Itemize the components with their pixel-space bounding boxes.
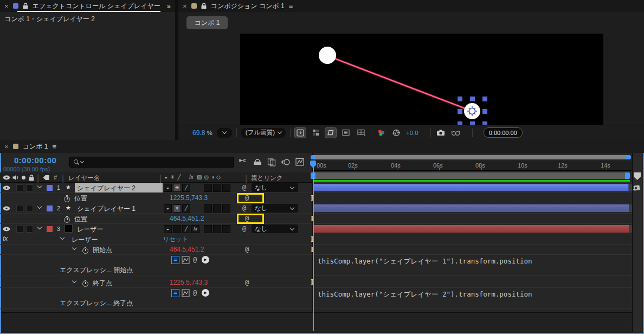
- fast-preview-icon[interactable]: [295, 128, 306, 138]
- position-label[interactable]: 位置: [74, 194, 87, 203]
- switch-cell[interactable]: [222, 204, 230, 213]
- video-eye-icon[interactable]: [3, 185, 10, 190]
- video-eye-icon[interactable]: [3, 206, 10, 211]
- shy-switch[interactable]: ◒: [164, 225, 172, 233]
- switch-cell[interactable]: [204, 204, 212, 213]
- audio-toggle-cell[interactable]: [16, 205, 23, 212]
- position-value[interactable]: 464.5,451.2: [170, 215, 204, 222]
- audio-toggle-cell[interactable]: [16, 226, 23, 233]
- expression-language-menu-icon[interactable]: ▶: [202, 289, 209, 297]
- close-icon[interactable]: ×: [183, 3, 187, 10]
- expression-graph-icon[interactable]: [182, 256, 190, 264]
- parent-pickwhip-icon[interactable]: @: [242, 225, 246, 233]
- parent-dropdown[interactable]: なし: [252, 224, 298, 233]
- param-label[interactable]: 開始点: [93, 246, 112, 255]
- tab-effect-controls[interactable]: エフェクトコントロール シェイプレイヤー: [33, 2, 160, 11]
- grid-icon[interactable]: [356, 128, 366, 138]
- video-eye-icon[interactable]: [3, 227, 10, 232]
- expression-pickwhip-icon[interactable]: @: [193, 289, 197, 297]
- layer-row-2[interactable]: 2 ★ シェイプレイヤー 1 ◒ ✳ ╱ @ なし: [0, 203, 313, 214]
- switch-cell[interactable]: [213, 184, 221, 192]
- property-pickwhip-icon[interactable]: @: [245, 246, 249, 253]
- search-options-chevron[interactable]: [80, 159, 84, 163]
- shy-switch[interactable]: ◒: [164, 184, 172, 192]
- effect-reset-link[interactable]: リセット: [163, 235, 188, 243]
- switch-cell[interactable]: [222, 225, 230, 233]
- switch-cell[interactable]: [213, 204, 221, 213]
- scrollbar-left-handle[interactable]: [311, 155, 316, 159]
- composition-viewport[interactable]: [240, 34, 603, 125]
- layer-bar-3[interactable]: [313, 225, 629, 233]
- exposure-value[interactable]: +0.0: [406, 130, 418, 136]
- switch-cell[interactable]: [222, 184, 230, 192]
- expression-text-1[interactable]: thisComp.layer("シェイプレイヤー 1").transform.p…: [318, 257, 532, 266]
- expression-pickwhip-icon[interactable]: @: [193, 256, 197, 264]
- timeline-bottom-strip[interactable]: [1, 312, 632, 333]
- transparency-grid-icon[interactable]: [310, 128, 321, 138]
- twirl-chevron-icon[interactable]: [37, 225, 42, 229]
- switch-cell[interactable]: [204, 184, 212, 192]
- solo-icon[interactable]: [22, 176, 25, 179]
- zoom-level[interactable]: 69.8: [192, 129, 205, 137]
- work-area-bar[interactable]: [311, 172, 630, 179]
- exposure-icon[interactable]: [391, 128, 402, 138]
- parent-pickwhip-icon[interactable]: @: [242, 204, 246, 212]
- collapse-switch[interactable]: ✳: [173, 204, 181, 213]
- column-parent-link[interactable]: 親とリンク: [251, 174, 283, 182]
- region-of-interest-icon[interactable]: [325, 128, 336, 138]
- layer-color-swatch[interactable]: [47, 226, 53, 232]
- scrollbar-right-handle[interactable]: [626, 155, 631, 159]
- switch-cell[interactable]: [204, 225, 212, 233]
- layer-marker-icon[interactable]: [632, 184, 641, 191]
- shy-switch[interactable]: ◒: [164, 204, 172, 213]
- channel-rgb-icon[interactable]: [376, 128, 387, 138]
- lock-icon[interactable]: [201, 3, 207, 9]
- solo-lock-cell[interactable]: [26, 184, 33, 191]
- parent-dropdown[interactable]: なし: [252, 183, 298, 192]
- switch-cell[interactable]: [213, 225, 221, 233]
- twirl-chevron-icon[interactable]: [72, 246, 76, 250]
- collapse-switch[interactable]: ✳: [173, 184, 181, 192]
- expression-graph-icon[interactable]: [182, 289, 190, 297]
- solo-lock-cell[interactable]: [26, 226, 33, 233]
- expression-language-menu-icon[interactable]: ▶: [202, 256, 209, 264]
- twirl-chevron-icon[interactable]: [37, 184, 42, 188]
- effect-name[interactable]: レーザー: [72, 235, 98, 245]
- column-number[interactable]: #: [54, 174, 57, 181]
- time-ruler[interactable]: 00s 02s 04s 06s 08s 10s 12s 14s: [313, 160, 632, 171]
- zoom-dropdown[interactable]: [217, 128, 232, 138]
- close-icon[interactable]: ×: [4, 3, 9, 10]
- frame-blend-icon[interactable]: [267, 158, 276, 166]
- show-snapshot-glasses-icon[interactable]: [450, 128, 461, 138]
- current-time-display[interactable]: 0:00:00:00: [14, 156, 56, 165]
- parent-dropdown[interactable]: なし: [252, 204, 298, 213]
- comp-tab-button[interactable]: コンポ 1: [186, 16, 228, 29]
- lock-icon[interactable]: [23, 3, 28, 9]
- overflow-icon[interactable]: »: [167, 2, 171, 10]
- layer-name[interactable]: レーザー: [77, 225, 104, 234]
- layer-color-swatch[interactable]: [47, 185, 53, 191]
- timeline-zoom-scrollbar[interactable]: [311, 155, 631, 159]
- quality-switch[interactable]: ╱: [182, 204, 190, 213]
- video-eye-icon[interactable]: [3, 175, 10, 180]
- twirl-chevron-icon[interactable]: [37, 204, 42, 209]
- param-value[interactable]: 1225.5,743.3: [170, 279, 208, 286]
- quality-switch[interactable]: ╱: [182, 184, 190, 192]
- shape-circle-1[interactable]: [319, 47, 336, 64]
- panel-menu-icon[interactable]: ≡: [52, 143, 56, 151]
- twirl-chevron-icon[interactable]: [72, 279, 76, 283]
- layer-bar-2[interactable]: [313, 204, 629, 212]
- guides-icon[interactable]: [340, 128, 351, 138]
- effects-switch[interactable]: fx: [191, 225, 199, 233]
- param-label[interactable]: 終了点: [93, 279, 112, 288]
- audio-toggle-cell[interactable]: [16, 184, 23, 191]
- shy-layers-icon[interactable]: [253, 158, 262, 166]
- expression-enabled-icon[interactable]: =: [171, 289, 179, 297]
- tab-composition[interactable]: コンポジション コンポ 1: [211, 2, 285, 11]
- quality-switch[interactable]: ╱: [182, 225, 190, 233]
- property-pickwhip-icon[interactable]: @: [245, 279, 249, 286]
- search-input[interactable]: [69, 157, 234, 168]
- layer-row-3[interactable]: 3 レーザー ◒ ╱ fx @ なし: [0, 224, 313, 234]
- playhead-line[interactable]: [313, 160, 314, 331]
- layer-name-selected[interactable]: シェイプレイヤー 2: [75, 183, 163, 192]
